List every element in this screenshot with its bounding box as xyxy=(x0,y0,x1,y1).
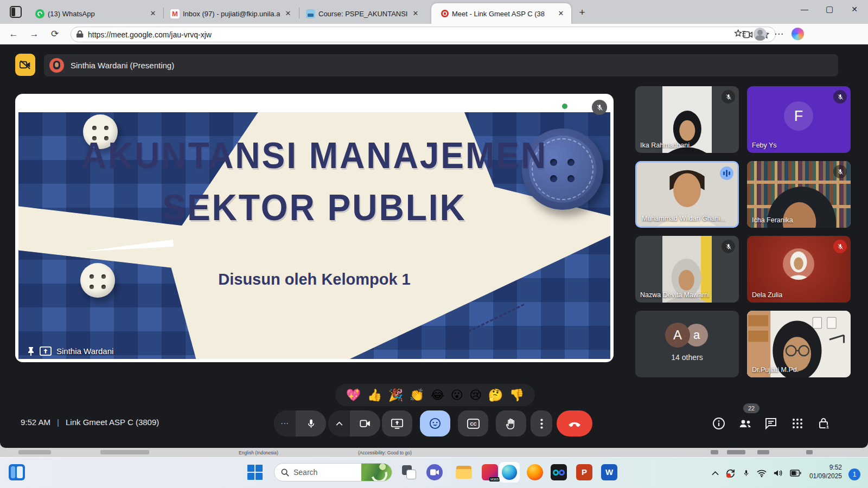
photo-avatar xyxy=(783,248,814,280)
zoom-control-fragment xyxy=(727,450,745,454)
firefox-icon[interactable] xyxy=(527,464,543,480)
tab-strip: (13) WhatsApp ✕ Inbox (97) - pujiati@fki… xyxy=(0,0,868,24)
more-options-button[interactable] xyxy=(531,410,552,436)
minimize-button[interactable]: — xyxy=(792,0,817,18)
notification-badge[interactable]: 1 xyxy=(848,468,860,480)
participant-tile-icha[interactable]: Icha Feranika xyxy=(747,161,851,228)
settings-menu-icon[interactable]: ⋯ xyxy=(774,28,784,40)
copilot-icon[interactable] xyxy=(792,28,804,40)
chat-button[interactable] xyxy=(764,417,777,430)
webex-icon[interactable] xyxy=(551,464,567,480)
edge-active-highlight[interactable] xyxy=(499,462,520,483)
battery-icon[interactable] xyxy=(790,470,801,477)
tab-meet-active[interactable]: Meet - Link Gmeet ASP C (38 ✕ xyxy=(431,3,571,24)
tab-gmail[interactable]: Inbox (97) - pujiati@fkip.unila.ac.i ✕ xyxy=(164,3,298,24)
captions-button[interactable]: CC xyxy=(458,410,488,436)
info-button[interactable] xyxy=(712,417,725,430)
forward-button[interactable]: → xyxy=(27,27,41,41)
mic-control: ⋯ xyxy=(274,410,326,436)
collections-icon[interactable] xyxy=(734,29,746,40)
white-accent xyxy=(82,240,174,255)
participant-tile-ika[interactable]: Ika Rahmadhani xyxy=(635,86,739,153)
slide: AKUNTANSI MANAJEMEN SEKTOR PUBLIK Disusu… xyxy=(18,112,610,359)
tab-course[interactable]: Course: PSPE_AKUNTANSI SEKTO ✕ xyxy=(299,3,426,24)
presenter-avatar xyxy=(49,58,64,73)
reactions-button-active[interactable] xyxy=(420,410,450,436)
mic-muted-icon xyxy=(833,240,847,253)
taskbar-clock[interactable]: 9:52 01/09/2025 xyxy=(809,464,842,480)
host-controls-button[interactable] xyxy=(818,417,831,430)
reaction-thumbs-up[interactable]: 👍 xyxy=(367,389,382,401)
screen-record-icon[interactable] xyxy=(726,469,736,478)
pin-icon[interactable] xyxy=(27,346,35,356)
tab-title: Inbox (97) - pujiati@fkip.unila.ac.i xyxy=(183,10,280,18)
camera-off-warning[interactable] xyxy=(15,54,35,76)
raise-hand-button[interactable] xyxy=(496,410,526,436)
chat-app-icon[interactable] xyxy=(426,464,443,480)
participant-tile-others[interactable]: A a 14 others xyxy=(635,311,739,377)
reaction-party[interactable]: 🎉 xyxy=(388,389,403,401)
end-call-button[interactable] xyxy=(557,410,592,436)
task-view-icon[interactable] xyxy=(401,464,417,480)
tab-whatsapp[interactable]: (13) WhatsApp ✕ xyxy=(29,3,163,24)
reaction-heart[interactable]: 💖 xyxy=(346,389,361,401)
participant-tile-nazwa[interactable]: Nazwa Devita Mawarni xyxy=(635,236,739,303)
m365-icon[interactable]: M365 xyxy=(482,464,498,480)
file-explorer-icon[interactable] xyxy=(456,464,472,480)
address-bar[interactable]: https://meet.google.com/jau-vrvq-xjw xyxy=(71,27,776,42)
participant-tile-feby[interactable]: F Feby Ys xyxy=(747,86,851,153)
widgets-icon[interactable] xyxy=(9,464,25,480)
presenter-banner[interactable]: Sinthia Wardani (Presenting) xyxy=(44,54,838,76)
presentation-muted-icon xyxy=(592,100,607,115)
others-count-label: 14 others xyxy=(635,353,739,362)
tray-mic-icon[interactable] xyxy=(743,468,750,478)
presenter-banner-text: Sinthia Wardani (Presenting) xyxy=(71,61,174,70)
captions-icon: CC xyxy=(467,419,480,429)
present-button[interactable] xyxy=(382,410,412,436)
participant-tile-dela[interactable]: Dela Zulia xyxy=(747,236,851,303)
powerpoint-icon[interactable]: P xyxy=(576,464,592,480)
lock-icon xyxy=(76,30,84,38)
reaction-thumbs-down[interactable]: 👎 xyxy=(509,389,524,401)
activities-button[interactable] xyxy=(791,417,804,430)
wifi-icon[interactable] xyxy=(757,470,767,477)
reaction-surprised[interactable]: 😮 xyxy=(451,389,463,401)
presentation-stage[interactable]: AKUNTANSI MANAJEMEN SEKTOR PUBLIK Disusu… xyxy=(15,94,614,362)
word-icon[interactable]: W xyxy=(601,464,617,480)
back-button[interactable]: ← xyxy=(7,27,21,41)
browser-toolbar: ← → ⟳ https://meet.google.com/jau-vrvq-x… xyxy=(0,24,868,44)
tab-close-icon[interactable]: ✕ xyxy=(283,9,293,18)
maximize-button[interactable]: ▢ xyxy=(817,0,842,18)
camera-off-icon xyxy=(20,60,31,69)
tab-close-icon[interactable]: ✕ xyxy=(148,9,158,18)
status-fragment xyxy=(100,450,149,454)
taskbar-search[interactable]: Search xyxy=(274,463,392,481)
mic-options-button[interactable]: ⋯ xyxy=(274,410,296,436)
participant-tile-pujiati[interactable]: Dr.Pujiati M.Pd. xyxy=(747,311,851,377)
participant-tile-wildan-speaking[interactable]: Muhammad Wildan Ghani... xyxy=(635,161,739,228)
meet-page: Sinthia Wardani (Presenting) xyxy=(0,44,868,448)
mic-button[interactable] xyxy=(296,410,326,436)
reaction-clap[interactable]: 👏 xyxy=(410,389,424,401)
tab-close-icon[interactable]: ✕ xyxy=(411,9,420,18)
raise-hand-icon xyxy=(506,418,516,429)
camera-button[interactable] xyxy=(350,410,380,436)
new-tab-button[interactable]: + xyxy=(576,7,588,18)
tab-actions-icon[interactable] xyxy=(10,6,22,18)
people-button[interactable] xyxy=(738,417,752,430)
participant-name: Dr.Pujiati M.Pd. xyxy=(752,366,799,374)
start-button[interactable] xyxy=(247,464,263,480)
present-icon[interactable] xyxy=(40,346,52,356)
volume-icon[interactable] xyxy=(774,469,783,477)
presentation-status-dot xyxy=(562,104,567,109)
reaction-thinking[interactable]: 🤔 xyxy=(488,389,503,401)
close-button[interactable]: ✕ xyxy=(842,0,867,18)
camera-options-button[interactable] xyxy=(328,410,350,436)
reaction-cry[interactable]: 😢 xyxy=(469,389,482,401)
refresh-button[interactable]: ⟳ xyxy=(48,27,62,41)
mic-muted-icon xyxy=(833,165,847,178)
profile-avatar[interactable] xyxy=(754,28,767,41)
tab-close-icon[interactable]: ✕ xyxy=(556,9,566,18)
reaction-laugh[interactable]: 😂 xyxy=(431,389,445,401)
tray-chevron-icon[interactable] xyxy=(712,471,719,476)
